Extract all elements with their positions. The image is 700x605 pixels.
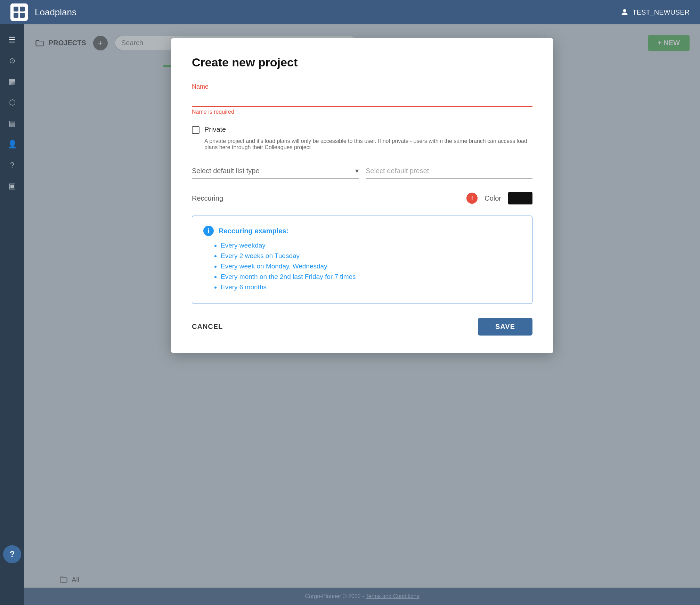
- recurring-input[interactable]: [230, 191, 459, 205]
- building-icon: ▦: [9, 77, 16, 86]
- color-label: Color: [485, 194, 501, 202]
- info-box: i Reccuring examples: Every weekday Ever…: [192, 216, 532, 304]
- username-label: TEST_NEWUSER: [633, 8, 690, 16]
- sidebar-item-table[interactable]: ▤: [3, 115, 21, 132]
- sidebar-item-package[interactable]: ⬡: [3, 94, 21, 111]
- menu-icon: ☰: [9, 35, 16, 45]
- name-field-group: Name Name is required: [192, 83, 532, 115]
- sidebar-item-building[interactable]: ▦: [3, 73, 21, 90]
- name-input[interactable]: [192, 92, 532, 107]
- info-icon: i: [203, 226, 214, 236]
- list-item: Every month on the 2nd last Friday for 7…: [221, 273, 521, 281]
- select-row: Select default list type ▾ Select defaul…: [192, 163, 532, 179]
- list-item: Every weekday: [221, 242, 521, 249]
- name-label: Name: [192, 83, 532, 90]
- color-swatch[interactable]: [508, 192, 532, 204]
- list-item: Every week on Monday, Wednesday: [221, 263, 521, 270]
- private-row: Private: [192, 126, 532, 134]
- save-button[interactable]: SAVE: [478, 318, 532, 336]
- svg-rect-1: [20, 7, 25, 11]
- select-list-type[interactable]: Select default list type ▾: [192, 163, 359, 179]
- sidebar-item-document[interactable]: ▣: [3, 177, 21, 195]
- info-box-header: i Reccuring examples:: [203, 226, 521, 236]
- chevron-down-icon: ▾: [355, 167, 359, 175]
- app-title: Loadplans: [35, 7, 620, 18]
- modal-title: Create new project: [192, 56, 532, 69]
- user-icon: [620, 8, 629, 17]
- sidebar-item-question[interactable]: ?: [3, 156, 21, 174]
- question-icon: ?: [10, 161, 14, 170]
- modal-footer: CANCEL SAVE: [192, 318, 532, 336]
- info-heading: Reccuring examples:: [219, 227, 288, 235]
- sidebar: ☰ ⊙ ▦ ⬡ ▤ 👤 ? ▣ ?: [0, 24, 24, 605]
- select-list-type-label: Select default list type: [192, 167, 260, 175]
- sidebar-item-users[interactable]: 👤: [3, 136, 21, 153]
- select-preset[interactable]: Select default preset: [366, 163, 532, 179]
- select-preset-label: Select default preset: [366, 167, 429, 175]
- private-description: A private project and it's load plans wi…: [204, 138, 532, 151]
- modal-overlay: Create new project Name Name is required…: [24, 24, 700, 605]
- list-item: Every 6 months: [221, 283, 521, 291]
- info-list: Every weekday Every 2 weeks on Tuesday E…: [203, 242, 521, 291]
- list-item: Every 2 weeks on Tuesday: [221, 252, 521, 260]
- svg-rect-3: [20, 13, 25, 18]
- sidebar-item-menu[interactable]: ☰: [3, 31, 21, 49]
- document-icon: ▣: [9, 182, 16, 191]
- recurring-row: Reccuring ! Color: [192, 191, 532, 205]
- top-nav: Loadplans TEST_NEWUSER: [0, 0, 700, 24]
- table-icon: ▤: [9, 119, 16, 128]
- private-label: Private: [204, 126, 226, 134]
- help-icon: ?: [10, 549, 15, 559]
- cancel-button[interactable]: CANCEL: [192, 323, 223, 331]
- svg-rect-2: [14, 13, 18, 18]
- app-logo: [10, 3, 28, 21]
- warning-icon: !: [466, 193, 478, 204]
- create-project-modal: Create new project Name Name is required…: [171, 38, 553, 353]
- svg-rect-0: [14, 7, 18, 11]
- help-button[interactable]: ?: [3, 545, 21, 563]
- layers-icon: ⊙: [9, 56, 15, 65]
- svg-point-4: [623, 9, 626, 12]
- user-info: TEST_NEWUSER: [620, 8, 690, 17]
- recurring-label: Reccuring: [192, 194, 223, 202]
- sidebar-item-layers[interactable]: ⊙: [3, 52, 21, 70]
- package-icon: ⬡: [9, 98, 16, 107]
- private-checkbox[interactable]: [192, 126, 200, 134]
- users-icon: 👤: [8, 140, 17, 149]
- name-error: Name is required: [192, 109, 532, 115]
